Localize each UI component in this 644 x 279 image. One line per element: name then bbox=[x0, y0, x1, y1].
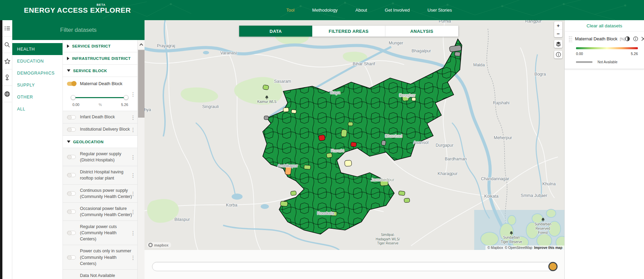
map-info-button[interactable] bbox=[554, 51, 562, 58]
nav-item-get-involved[interactable]: Get Involved bbox=[385, 8, 410, 13]
map-block[interactable] bbox=[318, 135, 325, 141]
slider-max-value: 5.26 bbox=[121, 103, 128, 107]
dataset-toggle-off[interactable] bbox=[67, 255, 76, 260]
map-block[interactable] bbox=[398, 191, 405, 196]
map-block[interactable] bbox=[285, 166, 292, 175]
dataset-label: Data Not Available (Community Health Cen… bbox=[80, 273, 133, 279]
nav-item-methodology[interactable]: Methodology bbox=[312, 8, 338, 13]
osm-attribution-link[interactable]: © OpenStreetMap bbox=[505, 246, 532, 250]
dataset-menu-button[interactable]: ⋮ bbox=[131, 230, 136, 236]
dataset-toggle-off[interactable] bbox=[67, 173, 76, 177]
dataset-group-geolocation[interactable]: GEOLOCATION bbox=[63, 136, 145, 148]
globe-icon bbox=[4, 91, 10, 97]
scroll-up-button[interactable] bbox=[138, 40, 145, 50]
mapbox-logo[interactable]: mapbox bbox=[147, 242, 171, 248]
nav-item-about[interactable]: About bbox=[355, 8, 367, 13]
dataset-menu-button[interactable]: ⋮ bbox=[131, 155, 136, 160]
slider-handle-max[interactable] bbox=[124, 95, 128, 100]
map-block[interactable] bbox=[404, 198, 410, 202]
dataset-toggle-off[interactable] bbox=[67, 128, 76, 132]
layers-button[interactable] bbox=[554, 40, 562, 48]
map-block[interactable] bbox=[341, 129, 347, 137]
search-button[interactable] bbox=[2, 37, 12, 53]
map-block[interactable] bbox=[381, 140, 386, 146]
mapbox-attribution-link[interactable]: © Mapbox bbox=[488, 246, 503, 250]
dataset-toggle-off[interactable] bbox=[67, 155, 76, 159]
map-block[interactable] bbox=[264, 116, 269, 120]
dataset-label: Infant Death Block bbox=[80, 114, 133, 120]
dataset-menu-button[interactable]: ⋮ bbox=[131, 191, 136, 196]
dataset-group-service-block[interactable]: SERVICE BLOCK bbox=[63, 65, 145, 77]
dataset-range-slider[interactable] bbox=[73, 95, 126, 100]
drag-handle[interactable] bbox=[568, 36, 573, 42]
dataset-group-infrastructure-district[interactable]: INFRASTRUCTURE DISTRICT bbox=[63, 52, 145, 65]
clear-all-datasets-link[interactable]: Clear all datasets bbox=[565, 20, 644, 31]
search-icon bbox=[4, 42, 10, 48]
map-block[interactable] bbox=[351, 142, 356, 147]
slider-handle-min[interactable] bbox=[71, 95, 76, 100]
category-all[interactable]: ALL bbox=[12, 103, 63, 115]
map-block[interactable] bbox=[291, 109, 297, 113]
app-logo[interactable]: ENERGY ACCESS EXPLORER BETA bbox=[24, 0, 131, 20]
category-supply[interactable]: SUPPLY bbox=[12, 79, 63, 91]
map-block[interactable] bbox=[263, 85, 269, 90]
location-button[interactable] bbox=[2, 69, 12, 86]
map-controls: + − bbox=[554, 22, 562, 61]
dataset-menu-button[interactable]: ⋮ bbox=[131, 173, 136, 178]
zoom-out-button[interactable]: − bbox=[554, 29, 562, 37]
map-block[interactable] bbox=[280, 201, 288, 207]
map-block[interactable] bbox=[348, 122, 353, 126]
map-block[interactable] bbox=[412, 97, 416, 101]
basemap-button[interactable] bbox=[2, 86, 12, 102]
map-block[interactable] bbox=[290, 191, 296, 196]
tab-analysis[interactable]: ANALYSIS bbox=[385, 26, 458, 37]
contrast-toggle-button[interactable] bbox=[625, 36, 630, 41]
map-canvas[interactable]: PrayagrajVaranasiBihar SharifSasaramGaya… bbox=[145, 20, 564, 250]
map-block[interactable] bbox=[304, 165, 311, 169]
dataset-menu-button[interactable]: ⋮ bbox=[131, 115, 136, 120]
dataset-list-button[interactable] bbox=[2, 20, 12, 37]
remove-dataset-button[interactable] bbox=[641, 37, 644, 41]
slider-knob[interactable] bbox=[548, 262, 558, 271]
zoom-in-button[interactable]: + bbox=[554, 22, 562, 29]
filter-datasets-searchbar[interactable]: Filter datasets bbox=[12, 20, 145, 40]
map-block[interactable] bbox=[283, 107, 289, 112]
map-block[interactable] bbox=[455, 52, 461, 56]
mapbox-logo-text: mapbox bbox=[154, 243, 168, 247]
category-demographics[interactable]: DEMOGRAPHICS bbox=[12, 67, 63, 79]
not-available-swatch bbox=[576, 61, 592, 63]
category-education[interactable]: EDUCATION bbox=[12, 55, 63, 67]
category-health[interactable]: HEALTH bbox=[12, 43, 63, 55]
favorites-button[interactable] bbox=[2, 53, 12, 69]
map-block[interactable] bbox=[344, 160, 352, 166]
dataset-toggle-off[interactable] bbox=[67, 210, 76, 214]
map-block[interactable] bbox=[331, 212, 337, 216]
dataset-group-service-district[interactable]: SERVICE DISTRICT bbox=[63, 40, 145, 52]
dataset-menu-button[interactable]: ⋮ bbox=[131, 91, 136, 96]
nav-item-tool[interactable]: Tool bbox=[286, 8, 294, 13]
dataset-menu-button[interactable]: ⋮ bbox=[131, 127, 136, 132]
nav-item-user-stories[interactable]: User Stories bbox=[427, 8, 452, 13]
slider-unit: % bbox=[99, 103, 102, 107]
dataset-info-button[interactable] bbox=[633, 36, 638, 41]
tab-filtered-areas[interactable]: FILTERED AREAS bbox=[312, 26, 385, 37]
dataset-toggle-off[interactable] bbox=[67, 115, 76, 119]
tab-data[interactable]: DATA bbox=[239, 26, 312, 37]
dataset-toggle-on[interactable] bbox=[67, 82, 76, 86]
list-icon bbox=[4, 26, 10, 31]
dataset-item: District Hospital having rooftop solar p… bbox=[63, 166, 145, 184]
contrast-icon bbox=[625, 36, 630, 41]
improve-map-link[interactable]: Improve this map bbox=[534, 246, 562, 250]
dataset-rows: SERVICE DISTRICTINFRASTRUCTURE DISTRICTS… bbox=[63, 40, 145, 279]
map-block[interactable] bbox=[402, 95, 409, 101]
dataset-toggle-off[interactable] bbox=[67, 191, 76, 196]
map-block[interactable] bbox=[326, 153, 332, 158]
dataset-list-scrollbar[interactable] bbox=[137, 40, 145, 279]
dataset-menu-button[interactable]: ⋮ bbox=[131, 209, 136, 214]
scrollbar-thumb[interactable] bbox=[138, 50, 145, 118]
map-opacity-slider[interactable] bbox=[152, 262, 557, 271]
map-block[interactable] bbox=[380, 181, 388, 186]
category-other[interactable]: OTHER bbox=[12, 91, 63, 103]
dataset-menu-button[interactable]: ⋮ bbox=[131, 255, 136, 260]
dataset-toggle-off[interactable] bbox=[67, 231, 76, 235]
